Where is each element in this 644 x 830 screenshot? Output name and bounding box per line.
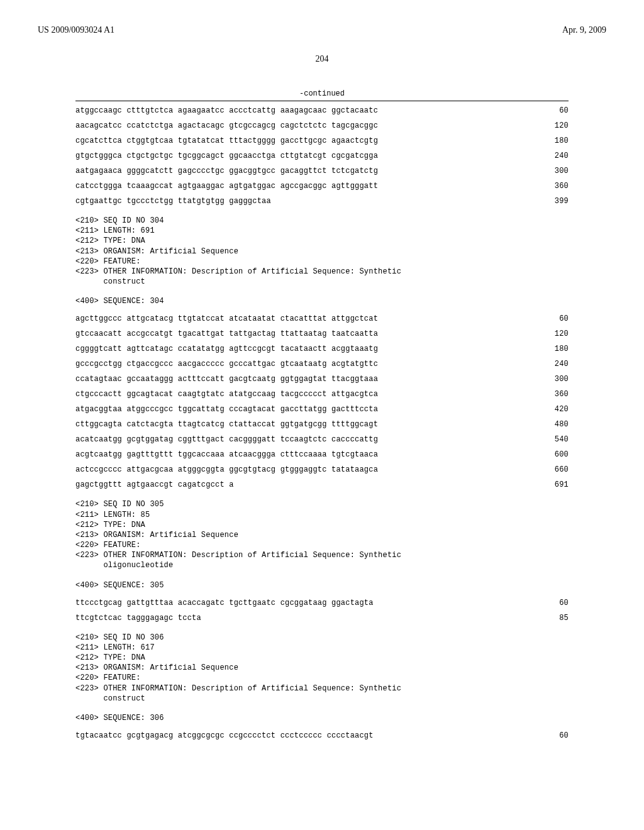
seq-row: ttccctgcag gattgtttaa acaccagatc tgcttga…: [75, 599, 569, 607]
seq-row: gtccaacatt accgccatgt tgacattgat tattgac…: [75, 329, 569, 338]
seq-block-prev: atggccaagc ctttgtctca agaagaatcc accctca…: [75, 106, 569, 206]
seq-row: gcccgcctgg ctgaccgccc aacgaccccc gcccatt…: [75, 360, 569, 368]
page-header: US 2009/0093024 A1 Apr. 9, 2009: [38, 25, 606, 35]
seq-row: cttggcagta catctacgta ttagtcatcg ctattac…: [75, 420, 569, 429]
seq-header-304: <400> SEQUENCE: 304: [75, 297, 569, 306]
seq-row: aatgagaaca ggggcatctt gagcccctgc ggacggt…: [75, 167, 569, 175]
page-number: 204: [38, 54, 606, 64]
seq-row: ttcgtctcac tagggagagc tccta85: [75, 614, 569, 622]
seq-row: ccatagtaac gccaataggg actttccatt gacgtca…: [75, 375, 569, 384]
seq-block-304: agcttggccc attgcatacg ttgtatccat atcataa…: [75, 314, 569, 489]
seq-row: atggccaagc ctttgtctca agaagaatcc accctca…: [75, 106, 569, 115]
seq-header-306: <400> SEQUENCE: 306: [75, 714, 569, 722]
seq-row: tgtacaatcc gcgtgagacg atcggcgcgc ccgcccc…: [75, 731, 569, 740]
publication-number: US 2009/0093024 A1: [38, 25, 114, 35]
seq-header-305: <400> SEQUENCE: 305: [75, 581, 569, 590]
seq-row: catcctggga tcaaagccat agtgaaggac agtgatg…: [75, 182, 569, 191]
seq-row: cgcatcttca ctggtgtcaa tgtatatcat tttactg…: [75, 136, 569, 145]
seq-meta-304: <210> SEQ ID NO 304 <211> LENGTH: 691 <2…: [75, 216, 569, 287]
seq-row: cggggtcatt agttcatagc ccatatatgg agttccg…: [75, 345, 569, 353]
seq-row: gtgctgggca ctgctgctgc tgcggcagct ggcaacc…: [75, 152, 569, 160]
seq-row: acatcaatgg gcgtggatag cggtttgact cacgggg…: [75, 435, 569, 444]
seq-row: aacagcatcc ccatctctga agactacagc gtcgcca…: [75, 121, 569, 130]
continued-label: -continued: [38, 89, 606, 98]
seq-row: gagctggttt agtgaaccgt cagatcgcct a691: [75, 480, 569, 489]
seq-row: ctgcccactt ggcagtacat caagtgtatc atatgcc…: [75, 390, 569, 399]
seq-row: atgacggtaa atggcccgcc tggcattatg cccagta…: [75, 405, 569, 414]
sequence-listing: atggccaagc ctttgtctca agaagaatcc accctca…: [75, 101, 569, 740]
seq-meta-305: <210> SEQ ID NO 305 <211> LENGTH: 85 <21…: [75, 499, 569, 570]
seq-block-306: tgtacaatcc gcgtgagacg atcggcgcgc ccgcccc…: [75, 731, 569, 740]
seq-block-305: ttccctgcag gattgtttaa acaccagatc tgcttga…: [75, 599, 569, 622]
seq-row: cgtgaattgc tgccctctgg ttatgtgtgg gagggct…: [75, 197, 569, 206]
seq-row: acgtcaatgg gagtttgttt tggcaccaaa atcaacg…: [75, 450, 569, 459]
publication-date: Apr. 9, 2009: [562, 25, 606, 35]
seq-meta-306: <210> SEQ ID NO 306 <211> LENGTH: 617 <2…: [75, 633, 569, 704]
seq-row: agcttggccc attgcatacg ttgtatccat atcataa…: [75, 314, 569, 323]
seq-row: actccgcccc attgacgcaa atgggcggta ggcgtgt…: [75, 465, 569, 474]
